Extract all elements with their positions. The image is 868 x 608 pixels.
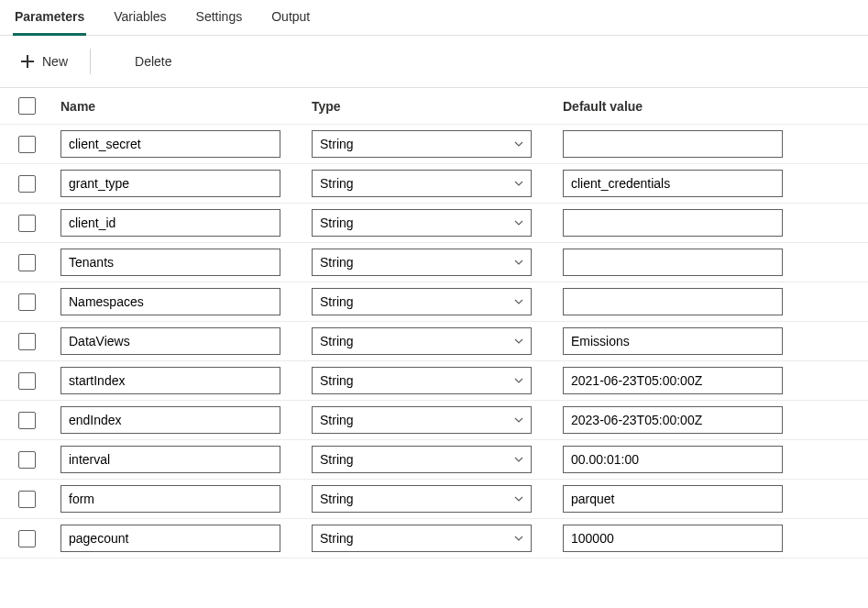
name-input[interactable] <box>60 130 280 158</box>
delete-row-button[interactable] <box>827 212 849 234</box>
trash-icon <box>830 334 845 348</box>
tab-variables[interactable]: Variables <box>112 4 168 35</box>
name-input[interactable] <box>60 170 280 197</box>
row-checkbox[interactable] <box>18 254 36 271</box>
name-input[interactable] <box>60 525 280 552</box>
trash-icon <box>830 531 845 546</box>
tab-bar: Parameters Variables Settings Output <box>0 0 868 36</box>
delete-row-button[interactable] <box>827 330 849 352</box>
delete-row-button[interactable] <box>827 448 849 470</box>
type-select-value[interactable] <box>312 485 532 513</box>
type-select-value[interactable] <box>312 209 532 237</box>
name-input[interactable] <box>60 327 280 355</box>
row-checkbox[interactable] <box>18 530 36 547</box>
trash-icon <box>830 216 845 230</box>
type-select-value[interactable] <box>312 406 532 434</box>
select-all-checkbox[interactable] <box>18 97 36 115</box>
delete-row-button[interactable] <box>827 488 849 510</box>
delete-row-button[interactable] <box>827 370 849 392</box>
delete-button[interactable]: Delete <box>105 50 179 72</box>
name-input[interactable] <box>60 209 280 237</box>
row-checkbox[interactable] <box>18 333 36 350</box>
table-header-row: Name Type Default value <box>0 88 868 125</box>
name-input[interactable] <box>60 446 280 473</box>
delete-row-button[interactable] <box>827 133 849 155</box>
row-checkbox[interactable] <box>18 491 36 508</box>
name-input[interactable] <box>60 485 280 513</box>
type-select-value[interactable] <box>312 327 532 355</box>
table-row <box>0 322 868 361</box>
column-header-type: Type <box>308 99 555 114</box>
trash-icon <box>830 176 845 191</box>
toolbar: New Delete <box>0 36 868 88</box>
trash-icon <box>830 492 845 506</box>
default-value-input[interactable] <box>563 406 783 434</box>
delete-row-button[interactable] <box>827 409 849 431</box>
type-select-value[interactable] <box>312 130 532 158</box>
table-row <box>0 440 868 480</box>
type-select-value[interactable] <box>312 446 532 473</box>
trash-icon <box>830 413 845 427</box>
type-select-value[interactable] <box>312 367 532 394</box>
table-row <box>0 282 868 322</box>
delete-row-button[interactable] <box>827 172 849 194</box>
row-checkbox[interactable] <box>18 215 36 232</box>
row-checkbox[interactable] <box>18 136 36 153</box>
table-row <box>0 204 868 243</box>
default-value-input[interactable] <box>563 327 783 355</box>
type-select[interactable] <box>312 249 532 276</box>
name-input[interactable] <box>60 406 280 434</box>
name-input[interactable] <box>60 288 280 315</box>
trash-icon <box>830 255 845 270</box>
type-select[interactable] <box>312 170 532 197</box>
table-row <box>0 519 868 558</box>
tab-output[interactable]: Output <box>269 4 312 35</box>
name-input[interactable] <box>60 367 280 394</box>
type-select[interactable] <box>312 288 532 315</box>
delete-button-label: Delete <box>135 54 171 69</box>
column-header-default: Default value <box>559 99 807 114</box>
plus-icon <box>20 54 35 69</box>
type-select[interactable] <box>312 406 532 434</box>
default-value-input[interactable] <box>563 249 783 276</box>
type-select[interactable] <box>312 209 532 237</box>
table-row <box>0 401 868 440</box>
parameters-table: Name Type Default value <box>0 88 868 558</box>
type-select-value[interactable] <box>312 288 532 315</box>
default-value-input[interactable] <box>563 130 783 158</box>
new-button-label: New <box>42 54 68 69</box>
new-button[interactable]: New <box>13 50 75 72</box>
default-value-input[interactable] <box>563 446 783 473</box>
delete-row-button[interactable] <box>827 291 849 313</box>
type-select-value[interactable] <box>312 525 532 552</box>
type-select[interactable] <box>312 525 532 552</box>
row-checkbox[interactable] <box>18 293 36 311</box>
default-value-input[interactable] <box>563 170 783 197</box>
row-checkbox[interactable] <box>18 412 36 429</box>
type-select[interactable] <box>312 446 532 473</box>
table-row <box>0 164 868 204</box>
type-select[interactable] <box>312 485 532 513</box>
type-select-value[interactable] <box>312 170 532 197</box>
type-select[interactable] <box>312 327 532 355</box>
table-row <box>0 243 868 282</box>
row-checkbox[interactable] <box>18 372 36 390</box>
delete-row-button[interactable] <box>827 527 849 549</box>
name-input[interactable] <box>60 249 280 276</box>
default-value-input[interactable] <box>563 525 783 552</box>
type-select[interactable] <box>312 367 532 394</box>
trash-icon <box>830 452 845 467</box>
type-select-value[interactable] <box>312 249 532 276</box>
type-select[interactable] <box>312 130 532 158</box>
delete-row-button[interactable] <box>827 251 849 273</box>
default-value-input[interactable] <box>563 288 783 315</box>
table-row <box>0 361 868 401</box>
row-checkbox[interactable] <box>18 175 36 193</box>
tab-parameters[interactable]: Parameters <box>13 4 86 36</box>
table-row <box>0 125 868 164</box>
row-checkbox[interactable] <box>18 451 36 469</box>
default-value-input[interactable] <box>563 485 783 513</box>
default-value-input[interactable] <box>563 367 783 394</box>
tab-settings[interactable]: Settings <box>194 4 245 35</box>
default-value-input[interactable] <box>563 209 783 237</box>
